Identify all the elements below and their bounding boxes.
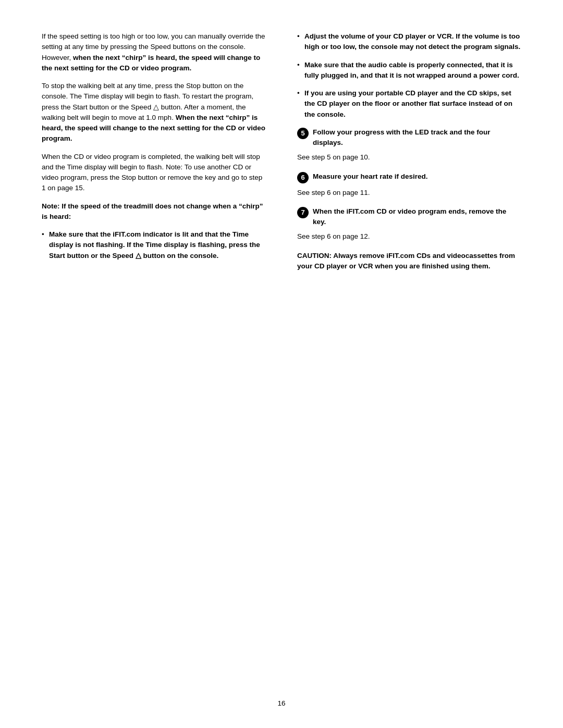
step7-see: See step 6 on page 12. xyxy=(297,231,521,242)
bullet-audio-cable-text: Make sure that the audio cable is proper… xyxy=(304,61,519,79)
left-column: If the speed setting is too high or too … xyxy=(42,31,271,272)
step6-text: Measure your heart rate if desired. xyxy=(313,171,521,182)
step7-text: When the iFIT.com CD or video program en… xyxy=(313,206,521,228)
step5-item: 5 Follow your progress with the LED trac… xyxy=(297,127,521,149)
left-para3: When the CD or video program is complete… xyxy=(42,152,266,194)
step7-number: 7 xyxy=(297,207,309,218)
note-label: Note: If the speed of the treadmill does… xyxy=(42,201,266,223)
bullet-item-ifit: Make sure that the iFIT.com indicator is… xyxy=(42,229,266,261)
bullet-audio-cable: Make sure that the audio cable is proper… xyxy=(297,60,521,81)
caution-text: CAUTION: Always remove iFIT.com CDs and … xyxy=(297,252,515,270)
left-para1: If the speed setting is too high or too … xyxy=(42,31,266,73)
step5-number: 5 xyxy=(297,128,309,139)
bullet-volume: Adjust the volume of your CD player or V… xyxy=(297,31,521,53)
bullet-volume-text: Adjust the volume of your CD player or V… xyxy=(304,32,520,51)
right-column: Adjust the volume of your CD player or V… xyxy=(292,31,521,272)
step6-number: 6 xyxy=(297,172,309,183)
bullet1-text: Make sure that the iFIT.com indicator is… xyxy=(49,230,260,260)
page-number: 16 xyxy=(0,699,563,707)
step5-text: Follow your progress with the LED track … xyxy=(313,127,521,149)
left-para2: To stop the walking belt at any time, pr… xyxy=(42,81,266,144)
page: If the speed setting is too high or too … xyxy=(0,0,563,728)
left-para3-text: When the CD or video program is complete… xyxy=(42,153,262,192)
bullet-cd-player-text: If you are using your portable CD player… xyxy=(304,89,512,118)
step6-see: See step 6 on page 11. xyxy=(297,188,521,198)
caution-block: CAUTION: Always remove iFIT.com CDs and … xyxy=(297,251,521,272)
step6-item: 6 Measure your heart rate if desired. xyxy=(297,171,521,183)
bullet-cd-player: If you are using your portable CD player… xyxy=(297,88,521,120)
step5-see: See step 5 on page 10. xyxy=(297,152,521,163)
step7-item: 7 When the iFIT.com CD or video program … xyxy=(297,206,521,228)
left-para1-bold-text: when the next “chirp” is heard, the spee… xyxy=(42,54,260,72)
